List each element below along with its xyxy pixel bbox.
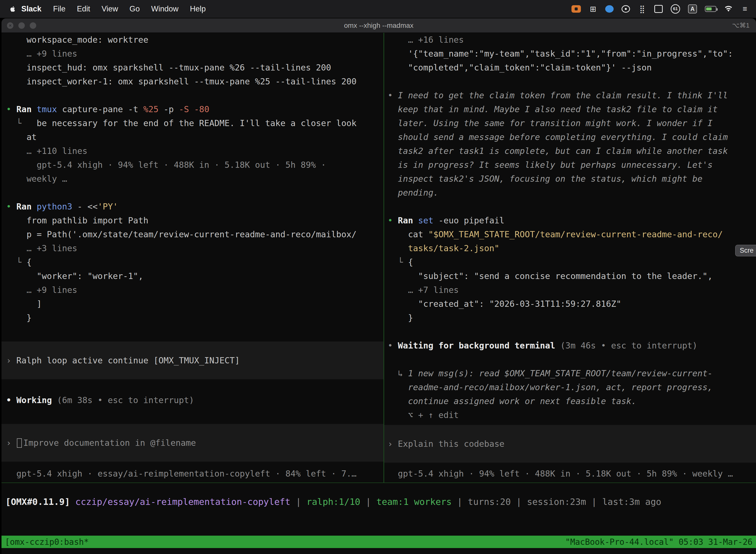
terminal-line: readme-and-reco/mailbox/worker-1.json, a… — [384, 380, 756, 394]
terminal-window: × omx --xhigh --madmax ⌥⌘1 workspace_mod… — [1, 18, 756, 554]
terminal-line: p = Path('.omx/state/team/review-current… — [1, 227, 383, 241]
composer-input-right[interactable]: › Explain this codebase — [384, 425, 756, 463]
terminal-line — [384, 74, 756, 88]
window-shortcut: ⌥⌘1 — [732, 21, 750, 29]
terminal-line — [1, 88, 383, 102]
menu-edit[interactable]: Edit — [77, 4, 90, 13]
terminal-line: workspace_mode: worktree — [1, 33, 383, 47]
terminal-line — [384, 352, 756, 366]
phone-icon[interactable] — [654, 5, 663, 13]
terminal-line — [1, 379, 383, 393]
menu-window[interactable]: Window — [151, 4, 178, 13]
pane-footer-right: gpt-5.4 xhigh · 94% left · 488K in · 5.1… — [384, 466, 756, 481]
terminal-line: └ { — [1, 255, 383, 269]
clock-icon[interactable] — [622, 5, 630, 13]
terminal-line — [1, 325, 383, 339]
terminal-line: keep that in mind. Maybe I also need the… — [384, 102, 756, 116]
terminal-line: inspect_worker-1: omx sparkshell --tmux-… — [1, 74, 383, 88]
omx-status-line: [OMX#0.11.9] cczip/essay/ai-reimplementa… — [1, 483, 756, 536]
ran-set-line: • Ran set -euo pipefail — [384, 214, 756, 227]
waiting-status-row: • Waiting for background terminal (3m 46… — [384, 339, 756, 352]
grid-icon[interactable]: ⊞ — [589, 3, 597, 14]
terminal-line: gpt-5.4 xhigh · 94% left · 488K in · 5.1… — [1, 158, 383, 172]
terminal-line — [1, 186, 383, 200]
terminal-line: … +110 lines — [1, 144, 383, 158]
terminal-line — [384, 325, 756, 339]
terminal-line: } — [1, 311, 383, 325]
terminal-line: … +9 lines — [1, 283, 383, 297]
gauge-value: 61 — [673, 6, 678, 11]
terminal-content: workspace_mode: worktree … +9 lines insp… — [1, 33, 756, 483]
ran-tmux-capture-line: • Ran tmux capture-pane -t %25 -p -S -80 — [1, 102, 383, 116]
tmux-pane-right[interactable]: … +16 lines '{"team_name":"my-team","tas… — [384, 33, 756, 483]
menu-file[interactable]: File — [53, 4, 65, 13]
ralph-loop-row[interactable]: › Ralph loop active continue [OMX_TMUX_I… — [1, 341, 383, 379]
dots-grid-icon[interactable]: ⣿ — [638, 3, 646, 14]
terminal-line: } — [384, 311, 756, 325]
tmux-host-clock: "MacBook-Pro-44.local" 05:03 31-Mar-26 — [565, 537, 753, 547]
zoom-button[interactable] — [30, 22, 36, 29]
input-source-icon[interactable]: A — [688, 4, 697, 13]
battery-icon[interactable] — [705, 6, 716, 12]
terminal-line — [384, 200, 756, 214]
working-status-row: • Working (6m 38s • esc to interrupt) — [1, 393, 383, 407]
menu-status-icons: ⊞ ⣿ 61 A ≡ — [571, 3, 749, 14]
terminal-line — [1, 407, 383, 421]
terminal-line: continue assigned work or next feasible … — [384, 394, 756, 408]
terminal-line: └ be necessary for the end of the README… — [1, 116, 383, 130]
terminal-line: should send a message before completing … — [384, 130, 756, 144]
window-titlebar[interactable]: × omx --xhigh --madmax ⌥⌘1 — [1, 18, 756, 33]
app-blue-icon[interactable] — [605, 5, 614, 13]
terminal-line: weekly … — [1, 172, 383, 186]
pane-footer-left: gpt-5.4 xhigh · essay/ai-reimplementatio… — [1, 466, 383, 481]
menu-list-icon[interactable]: ≡ — [741, 3, 749, 14]
terminal-line: ] — [1, 297, 383, 311]
terminal-line: inspect_hud: omx sparkshell --tmux-pane … — [1, 61, 383, 74]
terminal-line: … +7 lines — [384, 283, 756, 297]
terminal-line: task2 after task1 is complete, but can I… — [384, 144, 756, 158]
terminal-line: "created_at": "2026-03-31T11:59:27.816Z" — [384, 297, 756, 311]
screen-overlay: Scre — [735, 245, 756, 257]
screen-recording-icon[interactable] — [571, 5, 581, 13]
terminal-line: at — [1, 130, 383, 144]
terminal-line: pending. — [384, 186, 756, 200]
terminal-line: └ { — [384, 255, 756, 269]
menu-app-name[interactable]: Slack — [21, 4, 42, 13]
apple-menu-icon[interactable] — [7, 3, 18, 14]
gauge-icon[interactable]: 61 — [671, 4, 680, 14]
composer-input-left[interactable]: › Improve documentation in @filename — [1, 424, 383, 462]
menu-view[interactable]: View — [102, 4, 118, 13]
terminal-line: tasks/task-2.json" — [384, 241, 756, 255]
terminal-line: from pathlib import Path — [1, 214, 383, 227]
terminal-line: … +16 lines — [384, 33, 756, 47]
terminal-line: … +9 lines — [1, 47, 383, 61]
tmux-status-bar: [omx-cczip0:bash* "MacBook-Pro-44.local"… — [1, 536, 756, 548]
terminal-line: '{"team_name":"my-team","task_id":"1","f… — [384, 47, 756, 61]
terminal-line: cat "$OMX_TEAM_STATE_ROOT/team/review-cu… — [384, 227, 756, 241]
terminal-line: "worker": "worker-1", — [1, 269, 383, 283]
terminal-line: later. Using the same for transition mig… — [384, 116, 756, 130]
terminal-line: ↳ 1 new msg(s): read $OMX_TEAM_STATE_ROO… — [384, 366, 756, 380]
menu-go[interactable]: Go — [129, 4, 140, 13]
ran-python-line: • Ran python3 - <<'PY' — [1, 200, 383, 214]
text-cursor — [17, 438, 22, 448]
tmux-pane-left[interactable]: workspace_mode: worktree … +9 lines insp… — [1, 33, 383, 483]
window-title: omx --xhigh --madmax — [1, 21, 756, 30]
wifi-icon[interactable] — [724, 3, 733, 14]
terminal-line: … +3 lines — [1, 241, 383, 255]
menu-help[interactable]: Help — [190, 4, 206, 13]
terminal-line: inspect task2's JSON, focusing on the st… — [384, 172, 756, 186]
tmux-session-label: [omx-cczip0:bash* — [5, 537, 89, 547]
menu-bar: Slack FileEditViewGoWindowHelp ⊞ ⣿ 61 A … — [0, 0, 756, 18]
close-button[interactable]: × — [7, 22, 13, 29]
terminal-line: "subject": "send a concise recommendatio… — [384, 269, 756, 283]
terminal-line: "completed","claim_token":"claim-token"}… — [384, 61, 756, 74]
minimize-button[interactable] — [18, 22, 25, 29]
terminal-line: ⌥ + ↑ edit — [384, 408, 756, 422]
window-controls: × — [7, 22, 36, 29]
input-source-label: A — [691, 6, 695, 12]
terminal-line: is in progress? It seems likely but perh… — [384, 158, 756, 172]
thinking-block: • I need to get the claim token from the… — [384, 88, 756, 102]
